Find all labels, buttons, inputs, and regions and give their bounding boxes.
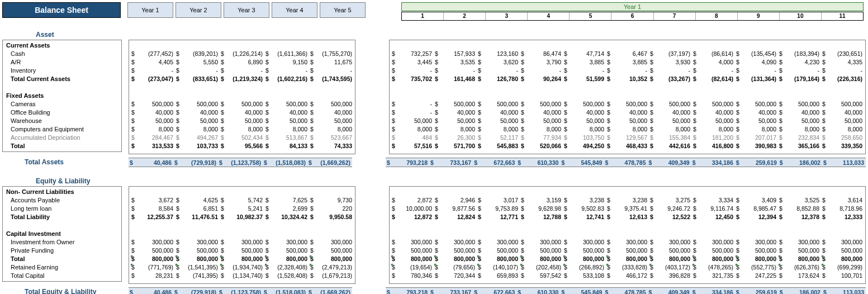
data-cell: $40,000 xyxy=(175,108,220,117)
lbl-cash: Cash xyxy=(6,50,118,58)
data-cell: $12,824 xyxy=(434,213,477,221)
data-cell: $12,788 xyxy=(520,213,563,221)
data-cell: $300,000 xyxy=(692,238,735,246)
data-cell: $161,468 xyxy=(434,75,477,83)
data-cell: $126,780 xyxy=(477,75,520,83)
data-cell: $12,450 xyxy=(692,213,735,221)
data-cell: $12,378 xyxy=(778,213,821,221)
lbl-priv: Private Funding xyxy=(6,246,118,255)
data-cell xyxy=(477,230,520,238)
grand-cell: $186,002 xyxy=(779,287,822,294)
month-header: 4 xyxy=(528,12,570,20)
grand-cell: $259,619 xyxy=(735,158,779,167)
data-cell: $500,000 xyxy=(477,100,520,108)
data-cell: $(626,376) xyxy=(778,263,821,272)
data-cell: $3,620 xyxy=(477,58,520,67)
data-cell xyxy=(520,83,563,92)
data-cell: $86,474 xyxy=(520,50,563,58)
data-cell: $500,000 xyxy=(264,100,309,108)
data-cell: $12,872 xyxy=(391,213,434,221)
data-cell: $500,000 xyxy=(821,246,864,255)
data-cell: $- xyxy=(477,67,520,75)
data-cell: $4,230 xyxy=(778,58,821,67)
month-header: 6 xyxy=(611,12,653,20)
data-cell xyxy=(220,92,264,100)
data-cell xyxy=(649,92,692,100)
data-cell: $9,877.56 xyxy=(434,205,477,213)
data-cell xyxy=(220,230,264,238)
data-cell: $- xyxy=(391,108,434,117)
data-cell: $77,934 xyxy=(520,134,563,142)
lbl-cap-inv: Capital Investment xyxy=(6,230,118,238)
data-cell xyxy=(692,221,735,230)
month-header: 8 xyxy=(696,12,738,20)
data-cell xyxy=(391,221,434,230)
lbl-owner: Investment from Owner xyxy=(6,238,118,246)
data-cell xyxy=(649,221,692,230)
data-cell: $50,000 xyxy=(606,117,649,125)
data-cell: $(333,828) xyxy=(606,263,649,272)
data-cell: $416,800 xyxy=(692,142,735,150)
data-cell: $10,000.00 xyxy=(391,205,434,213)
data-cell: $300,000 xyxy=(821,238,864,246)
data-cell xyxy=(606,188,649,196)
data-cell: $4,405 xyxy=(130,58,175,67)
data-cell: $(86,614) xyxy=(692,50,735,58)
data-cell: $6,851 xyxy=(175,205,220,213)
data-cell xyxy=(821,83,864,92)
data-cell: $(552,775) xyxy=(735,263,778,272)
data-cell: $339,350 xyxy=(821,142,864,150)
data-cell: $40,000 xyxy=(778,108,821,117)
grand-cell: $610,330 xyxy=(516,158,560,167)
data-cell: $- xyxy=(778,67,821,75)
lbl-warehouse: Warehouse xyxy=(6,117,118,125)
grand-cell: $672,663 xyxy=(473,158,516,167)
data-cell: $5,241 xyxy=(220,205,264,213)
data-cell xyxy=(434,83,477,92)
data-cell: $- xyxy=(692,67,735,75)
grand-equity-label: Total Equity & Liability xyxy=(25,287,122,294)
grand-cell: $(1,518,083) xyxy=(263,287,307,294)
data-cell: $40,000 xyxy=(220,108,264,117)
grand-cell: $793,218 xyxy=(386,158,429,167)
data-cell: $50,000 xyxy=(391,117,434,125)
data-cell: $8,000 xyxy=(309,125,354,134)
lbl-ap: Accounts Payable xyxy=(6,196,118,205)
data-cell: $- xyxy=(520,67,563,75)
data-cell: $- xyxy=(821,67,864,75)
data-cell: $8,000 xyxy=(477,125,520,134)
data-cell xyxy=(692,92,735,100)
data-cell: $232,834 xyxy=(778,134,821,142)
data-cell xyxy=(391,230,434,238)
data-cell xyxy=(264,221,309,230)
data-cell: $90,264 xyxy=(520,75,563,83)
data-cell: $(140,107) xyxy=(477,263,520,272)
grand-cell: $40,486 xyxy=(129,158,173,167)
data-cell: $8,985.47 xyxy=(735,205,778,213)
data-cell: $659,893 xyxy=(477,272,520,280)
data-cell: $50,000 xyxy=(649,117,692,125)
data-cell: $50,000 xyxy=(520,117,563,125)
data-cell: $(2,479,213) xyxy=(309,263,354,272)
data-cell: $52,117 xyxy=(477,134,520,142)
data-cell: $500,000 xyxy=(477,246,520,255)
data-cell xyxy=(130,41,175,50)
month-header: 2 xyxy=(444,12,486,20)
data-cell: $8,718.96 xyxy=(821,205,864,213)
lbl-fixed-assets: Fixed Assets xyxy=(6,92,118,100)
lbl-total-cap: Total Capital xyxy=(6,272,118,280)
data-cell: $780,346 xyxy=(391,272,434,280)
data-cell: $50,000 xyxy=(735,117,778,125)
data-cell xyxy=(606,41,649,50)
asset-labels: Current Assets Cash A/R Inventory Total … xyxy=(2,40,122,152)
data-cell: $800,000 xyxy=(309,255,354,263)
data-cell: $8,000 xyxy=(606,125,649,134)
data-cell: $26,300 xyxy=(434,134,477,142)
page-title: Balance Sheet xyxy=(2,2,121,18)
month-header: 3 xyxy=(486,12,528,20)
data-cell: $442,616 xyxy=(649,142,692,150)
data-cell: $800,000 xyxy=(735,255,778,263)
data-cell xyxy=(175,188,220,196)
data-cell xyxy=(821,221,864,230)
data-cell xyxy=(649,83,692,92)
